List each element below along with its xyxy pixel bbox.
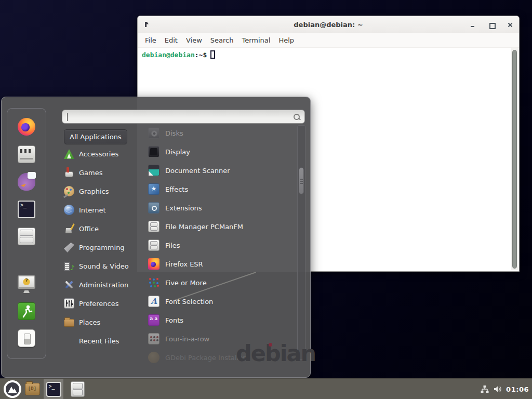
gdebi-icon [148, 352, 159, 363]
app-document-scanner[interactable]: Document Scanner [148, 161, 297, 180]
menu-file[interactable]: File [141, 36, 161, 44]
menu-logo-icon [4, 380, 21, 398]
category-office[interactable]: Office [64, 219, 140, 238]
prompt-user-host: debian@debian [142, 51, 195, 59]
favorite-lock-screen[interactable] [18, 275, 35, 293]
app-files[interactable]: Files [148, 236, 297, 255]
lock-screen-icon [18, 275, 35, 289]
file-cabinet-icon [71, 381, 85, 397]
app-font-selection[interactable]: Font Selection [148, 292, 297, 311]
category-programming[interactable]: Programming [64, 238, 140, 257]
favorite-logout[interactable] [18, 302, 35, 320]
search-input[interactable] [66, 110, 293, 123]
control-panel-icon [18, 145, 35, 163]
preferences-icon [64, 298, 74, 309]
internet-icon [64, 205, 74, 215]
desktop-folder-icon [25, 383, 40, 395]
terminal-scrollbar[interactable] [511, 48, 518, 270]
network-icon[interactable] [480, 384, 489, 394]
extensions-icon [148, 202, 159, 214]
favorite-terminal[interactable] [18, 201, 35, 218]
office-icon [64, 223, 74, 234]
window-icon [145, 22, 149, 27]
category-recent-files[interactable]: Recent Files [64, 331, 140, 350]
app-display[interactable]: Display [148, 142, 297, 161]
category-internet[interactable]: Internet [64, 201, 140, 219]
system-tray: 01:06 [480, 379, 532, 399]
taskbar-file-manager-button[interactable] [68, 379, 87, 399]
favorite-pidgin[interactable] [18, 173, 35, 191]
taskbar-terminal-button[interactable] [44, 379, 63, 399]
effects-icon [148, 183, 159, 195]
category-accessories[interactable]: Accessories [64, 144, 140, 163]
font-selection-icon [148, 296, 159, 307]
favorite-shutdown[interactable] [18, 329, 35, 347]
app-list-scrollbar-thumb[interactable] [299, 167, 304, 194]
app-firefox-esr[interactable]: Firefox ESR [148, 255, 297, 273]
four-in-a-row-icon [148, 333, 159, 344]
menu-terminal[interactable]: Terminal [237, 36, 274, 44]
terminal-icon [18, 201, 35, 218]
all-applications-label: All Applications [70, 133, 122, 141]
taskbar-desktop-folder-button[interactable] [23, 379, 42, 399]
taskbar-menu-button[interactable] [2, 379, 23, 399]
games-icon [64, 167, 74, 178]
prompt-suffix: :~$ [195, 51, 207, 59]
category-administration[interactable]: Administration [64, 275, 140, 294]
disks-icon [148, 127, 159, 139]
taskbar: 01:06 [0, 378, 532, 399]
text-caret [67, 113, 68, 121]
terminal-scrollbar-thumb[interactable] [512, 50, 517, 269]
category-games[interactable]: Games [64, 163, 140, 182]
blank-icon [64, 336, 74, 346]
accessories-icon [64, 149, 74, 159]
app-list-scrollbar[interactable] [297, 125, 305, 360]
app-fonts[interactable]: Fonts [148, 311, 297, 329]
window-title: debian@debian: ~ [294, 21, 363, 29]
graphics-icon [64, 186, 74, 196]
favorite-firefox[interactable] [18, 118, 35, 136]
category-graphics[interactable]: Graphics [64, 182, 140, 201]
administration-icon [64, 280, 74, 290]
terminal-menubar: File Edit View Search Terminal Help [138, 33, 519, 48]
pidgin-icon [18, 173, 35, 191]
file-cabinet-icon [148, 221, 159, 232]
app-extensions[interactable]: Extensions [148, 198, 297, 217]
menu-edit[interactable]: Edit [161, 36, 182, 44]
menu-help[interactable]: Help [274, 36, 298, 44]
category-preferences[interactable]: Preferences [64, 294, 140, 313]
minimize-icon[interactable] [469, 21, 476, 29]
logout-icon [18, 302, 35, 320]
file-cabinet-icon [148, 240, 159, 251]
sound-video-icon [64, 261, 74, 271]
five-or-more-icon [148, 277, 159, 288]
display-icon [148, 146, 159, 157]
terminal-cursor [210, 50, 215, 59]
app-file-manager-pcmanfm[interactable]: File Manager PCManFM [148, 217, 297, 236]
app-four-in-a-row[interactable]: Four-in-a-row [148, 329, 297, 348]
search-icon [293, 113, 300, 121]
maximize-icon[interactable] [488, 21, 495, 29]
category-sound-video[interactable]: Sound & Video [64, 257, 140, 275]
menu-search[interactable]: Search [206, 36, 238, 44]
category-places[interactable]: Places [64, 313, 140, 331]
search-box[interactable] [62, 110, 305, 124]
file-cabinet-icon [18, 228, 35, 245]
terminal-titlebar[interactable]: debian@debian: ~ [138, 16, 519, 33]
document-scanner-icon [148, 165, 159, 176]
category-all-applications[interactable]: All Applications [64, 129, 127, 144]
app-effects[interactable]: Effects [148, 180, 297, 198]
places-icon [64, 319, 74, 327]
clock[interactable]: 01:06 [506, 385, 529, 393]
terminal-icon [46, 382, 61, 397]
close-icon[interactable] [507, 21, 514, 29]
firefox-icon [18, 118, 35, 136]
favorite-file-manager[interactable] [18, 228, 35, 245]
fonts-icon [148, 314, 159, 326]
app-disks[interactable]: Disks [148, 124, 297, 142]
favorite-control-panel[interactable] [18, 145, 35, 163]
app-gdebi-package-installer[interactable]: GDebi Package Installer [148, 348, 297, 367]
firefox-icon [148, 258, 159, 270]
menu-view[interactable]: View [182, 36, 206, 44]
volume-icon[interactable] [493, 384, 502, 394]
